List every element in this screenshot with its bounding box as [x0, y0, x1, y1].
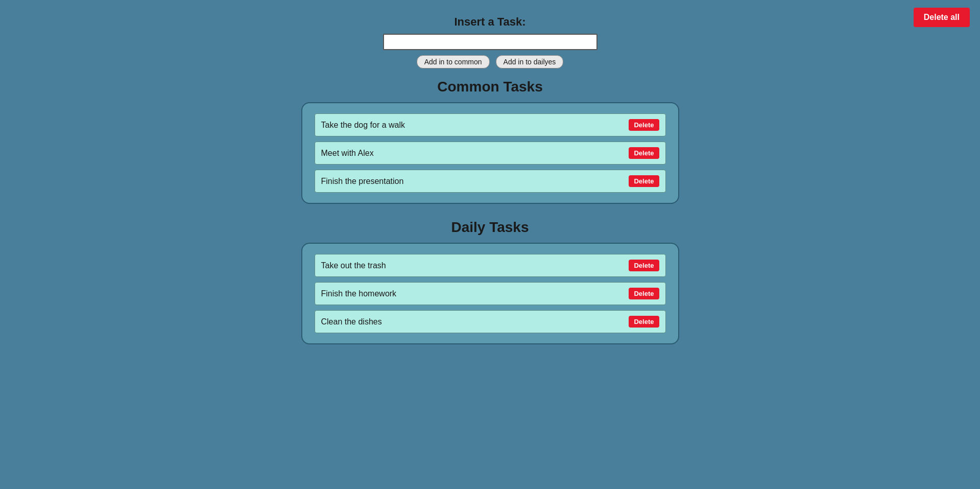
- common-delete-button[interactable]: Delete: [629, 147, 659, 159]
- insert-label: Insert a Task:: [454, 15, 525, 29]
- daily-delete-button[interactable]: Delete: [629, 260, 659, 271]
- add-buttons-group: Add in to common Add in to dailyes: [417, 55, 564, 68]
- common-task-row: Finish the presentationDelete: [315, 170, 666, 193]
- daily-delete-button[interactable]: Delete: [629, 288, 659, 299]
- common-task-text: Finish the presentation: [321, 177, 404, 186]
- delete-all-button[interactable]: Delete all: [914, 8, 970, 27]
- daily-task-text: Finish the homework: [321, 289, 397, 298]
- common-task-row: Meet with AlexDelete: [315, 142, 666, 165]
- daily-tasks-title: Daily Tasks: [451, 219, 529, 236]
- daily-task-row: Clean the dishesDelete: [315, 310, 666, 333]
- insert-section: Insert a Task: Add in to common Add in t…: [383, 15, 597, 68]
- common-task-row: Take the dog for a walkDelete: [315, 113, 666, 136]
- daily-delete-button[interactable]: Delete: [629, 316, 659, 328]
- add-common-button[interactable]: Add in to common: [417, 55, 490, 68]
- add-daily-button[interactable]: Add in to dailyes: [496, 55, 564, 68]
- common-tasks-title: Common Tasks: [437, 79, 542, 95]
- common-task-text: Meet with Alex: [321, 149, 374, 158]
- daily-task-text: Take out the trash: [321, 261, 386, 270]
- common-task-text: Take the dog for a walk: [321, 121, 405, 130]
- common-delete-button[interactable]: Delete: [629, 175, 659, 187]
- daily-task-text: Clean the dishes: [321, 317, 382, 327]
- task-input[interactable]: [383, 34, 597, 50]
- daily-tasks-container: Take out the trashDeleteFinish the homew…: [301, 243, 679, 344]
- common-delete-button[interactable]: Delete: [629, 119, 659, 131]
- common-tasks-container: Take the dog for a walkDeleteMeet with A…: [301, 102, 679, 204]
- daily-task-row: Finish the homeworkDelete: [315, 282, 666, 305]
- daily-task-row: Take out the trashDelete: [315, 254, 666, 277]
